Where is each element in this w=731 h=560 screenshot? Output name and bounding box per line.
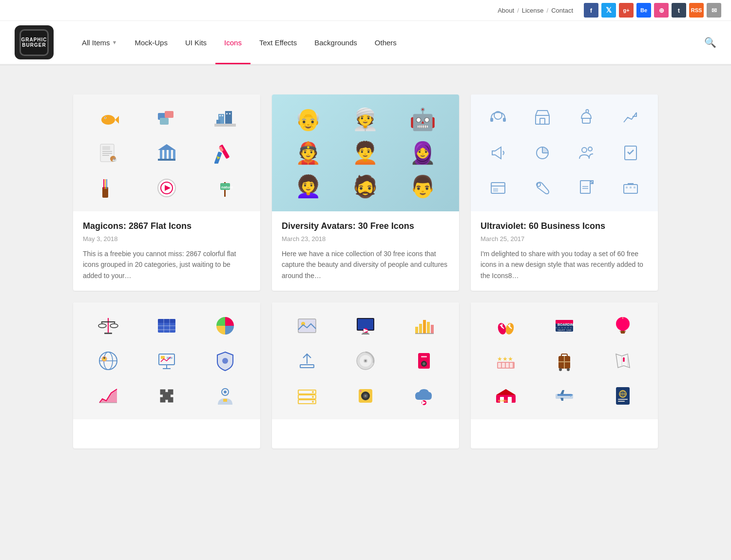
- nav-mockups[interactable]: Mock-Ups: [126, 20, 176, 64]
- card-6-image: BOARDING SEAT: 14A: [471, 302, 658, 419]
- card-3-image: [471, 94, 658, 211]
- behance-icon[interactable]: Be: [636, 3, 651, 18]
- svg-rect-9: [219, 115, 221, 116]
- svg-rect-43: [490, 118, 493, 122]
- main-nav: All Items ▼ Mock-Ups UI Kits Icons Text …: [73, 20, 704, 64]
- icon-playclock: [139, 172, 194, 204]
- svg-text:66: 66: [502, 399, 505, 402]
- svg-rect-47: [582, 118, 590, 123]
- svg-point-128: [365, 395, 366, 397]
- card-1-body: Magicons: 2867 Flat Icons May 3, 2018 Th…: [73, 211, 260, 291]
- card-5-image: [272, 302, 459, 419]
- svg-rect-11: [226, 113, 228, 114]
- main-content: ☕: [63, 80, 668, 463]
- avatar-1: 👴: [282, 104, 335, 134]
- svg-rect-87: [161, 356, 165, 359]
- svg-point-122: [312, 391, 314, 393]
- svg-point-68: [110, 324, 118, 328]
- svg-point-83: [103, 357, 105, 359]
- card-avatars: 👴 👳 🤖 👲 🧑‍🦱 🧕 👩‍🦱 🧔 👨 Diversity Avatars:…: [272, 94, 459, 291]
- svg-point-114: [365, 360, 366, 362]
- uv-icon-cupcake: [566, 101, 607, 134]
- uv-icon-typewriter: [610, 172, 652, 205]
- nav-backgrounds[interactable]: Backgrounds: [306, 20, 366, 64]
- card-1-icon-grid: ☕: [73, 94, 260, 211]
- icon-colorbox: [139, 102, 194, 133]
- license-link[interactable]: License: [522, 7, 544, 14]
- uv-icon-chart: [610, 101, 652, 134]
- m-icon-cd: [338, 345, 393, 376]
- svg-rect-84: [159, 354, 174, 365]
- card-5-body: [272, 419, 459, 448]
- svg-rect-104: [419, 324, 422, 334]
- top-bar: About / License / Contact f 𝕏 g+ Be ⊕ t …: [0, 0, 731, 21]
- t-icon-passport: [596, 380, 650, 411]
- svg-rect-71: [104, 333, 112, 334]
- card-2-title: Diversity Avatars: 30 Free Icons: [282, 221, 449, 231]
- m-icon-barchart: [397, 310, 451, 341]
- svg-rect-92: [223, 399, 227, 402]
- logo[interactable]: GRAPHIC BURGER: [15, 25, 54, 59]
- googleplus-icon[interactable]: g+: [619, 3, 634, 18]
- card-3-body: Ultraviolet: 60 Business Icons March 25,…: [471, 211, 658, 291]
- card-2-image: 👴 👳 🤖 👲 🧑‍🦱 🧕 👩‍🦱 🧔 👨: [272, 94, 459, 211]
- svg-text:★★★: ★★★: [497, 355, 513, 362]
- card-1-title: Magicons: 2867 Flat Icons: [83, 221, 250, 231]
- m-icon-upload: [280, 345, 334, 376]
- card-1-date: May 3, 2018: [83, 235, 250, 243]
- b-icon-personbusiness: [198, 380, 252, 411]
- t-icon-boarding: BOARDING SEAT: 14A: [537, 310, 592, 341]
- t-icon-motel: MOTEL 66: [479, 380, 533, 411]
- b-icon-datatable: [139, 310, 194, 341]
- uv-icon-team: [566, 137, 607, 169]
- dropdown-arrow: ▼: [112, 39, 117, 45]
- svg-rect-5: [165, 111, 173, 118]
- svg-rect-54: [493, 188, 498, 192]
- sep-2: /: [547, 7, 549, 14]
- rss-icon[interactable]: RSS: [689, 3, 704, 18]
- svg-rect-18: [102, 153, 112, 154]
- about-link[interactable]: About: [498, 7, 514, 14]
- nav-uikits[interactable]: UI Kits: [176, 20, 215, 64]
- icon-bank: [139, 137, 194, 168]
- svg-rect-16: [102, 146, 110, 150]
- contact-link[interactable]: Contact: [551, 7, 573, 14]
- nav-icons[interactable]: Icons: [215, 20, 250, 64]
- svg-rect-103: [415, 327, 418, 334]
- t-icon-map: [596, 345, 650, 376]
- facebook-icon[interactable]: f: [584, 3, 598, 18]
- nav-others[interactable]: Others: [366, 20, 405, 64]
- nav-all-items[interactable]: All Items ▼: [73, 20, 126, 64]
- m-icon-cloud: [397, 380, 451, 411]
- svg-rect-73: [158, 319, 175, 323]
- svg-rect-17: [102, 151, 112, 152]
- t-icon-balloon: [596, 310, 650, 341]
- dribbble-icon[interactable]: ⊕: [654, 3, 669, 18]
- card-3-date: March 25, 2017: [481, 235, 648, 243]
- b-icon-areachart: [81, 380, 135, 411]
- card-2-body: Diversity Avatars: 30 Free Icons March 2…: [272, 211, 459, 291]
- card-ultraviolet: Ultraviolet: 60 Business Icons March 25,…: [471, 94, 658, 291]
- svg-rect-35: [106, 179, 107, 189]
- svg-point-49: [582, 148, 587, 152]
- svg-point-159: [567, 368, 570, 371]
- social-icons: f 𝕏 g+ Be ⊕ t RSS ✉: [584, 3, 721, 18]
- avatar-4: 👲: [282, 138, 335, 168]
- email-icon[interactable]: ✉: [707, 3, 721, 18]
- icon-fish: [81, 102, 135, 133]
- svg-point-93: [224, 391, 227, 393]
- nav-text-effects[interactable]: Text Effects: [250, 20, 306, 64]
- svg-rect-45: [536, 115, 549, 124]
- uv-icon-browser: [478, 172, 519, 205]
- svg-rect-46: [540, 118, 545, 124]
- svg-rect-176: [618, 399, 628, 400]
- svg-rect-14: [214, 124, 236, 127]
- search-icon[interactable]: 🔍: [704, 37, 716, 48]
- b-icon-scale: [81, 310, 135, 341]
- tumblr-icon[interactable]: t: [672, 3, 686, 18]
- icon-naturesign: nature: [198, 172, 252, 204]
- twitter-icon[interactable]: 𝕏: [601, 3, 616, 18]
- m-icon-speaker: [338, 380, 393, 411]
- uv-icon-store: [522, 101, 563, 134]
- b-icon-piechart: [198, 310, 252, 341]
